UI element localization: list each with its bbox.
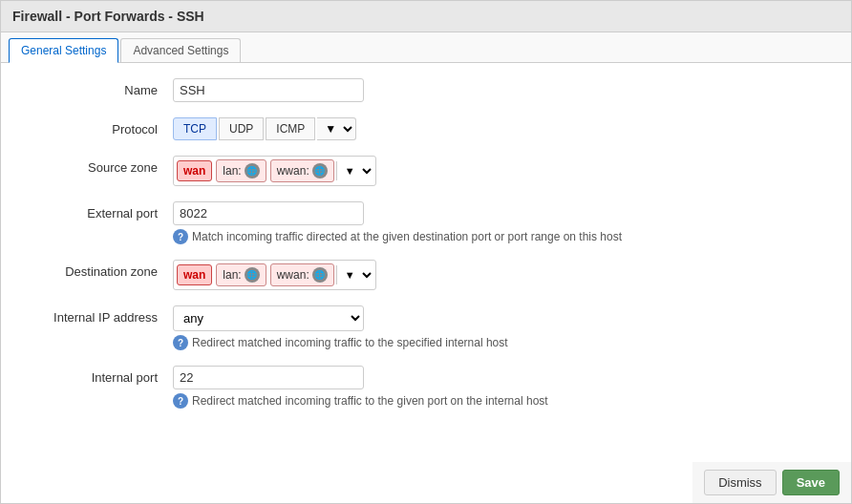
internal-port-hint-icon: ?	[173, 393, 188, 409]
page-title: Firewall - Port Forwards - SSH	[1, 1, 851, 32]
bottom-bar: Dismiss Save	[692, 462, 851, 503]
destination-zone-wan[interactable]: wan	[177, 264, 212, 285]
destination-zone-dropdown[interactable]: ▼	[336, 265, 374, 284]
internal-ip-label: Internal IP address	[20, 305, 173, 325]
external-port-hint-icon: ?	[173, 229, 188, 244]
protocol-udp[interactable]: UDP	[219, 117, 264, 140]
destination-zone-container: wan lan: 🌐 wwan: 🌐 ▼	[173, 260, 376, 290]
source-zone-wwan-label: wwan:	[277, 164, 309, 178]
save-button[interactable]: Save	[782, 470, 840, 495]
source-zone-wwan-icon: 🌐	[312, 163, 328, 178]
page-wrapper: Firewall - Port Forwards - SSH General S…	[0, 0, 852, 504]
internal-port-hint-text: Redirect matched incoming traffic to the…	[192, 394, 548, 408]
protocol-row: Protocol TCP UDP ICMP ▼	[20, 117, 832, 140]
destination-zone-control: wan lan: 🌐 wwan: 🌐 ▼	[173, 260, 832, 290]
internal-port-control: ? Redirect matched incoming traffic to t…	[173, 366, 832, 409]
source-zone-label: Source zone	[20, 156, 173, 175]
destination-zone-wwan[interactable]: wwan: 🌐	[270, 263, 334, 286]
source-zone-lan-label: lan:	[223, 164, 241, 178]
protocol-group: TCP UDP ICMP ▼	[173, 117, 832, 140]
protocol-icmp[interactable]: ICMP	[266, 117, 315, 140]
source-zone-lan[interactable]: lan: 🌐	[216, 159, 266, 182]
internal-ip-row: Internal IP address any ? Redirect match…	[20, 305, 832, 350]
protocol-select[interactable]: ▼	[317, 117, 356, 140]
source-zone-control: wan lan: 🌐 wwan: 🌐 ▼	[173, 156, 832, 186]
destination-zone-lan-icon: 🌐	[245, 267, 260, 283]
external-port-row: External port ? Match incoming traffic d…	[20, 201, 832, 244]
tab-general[interactable]: General Settings	[9, 38, 118, 63]
source-zone-wwan[interactable]: wwan: 🌐	[270, 159, 334, 182]
internal-ip-hint-text: Redirect matched incoming traffic to the…	[192, 336, 508, 349]
form-body: Name Protocol TCP UDP ICMP ▼ Source z	[1, 63, 851, 439]
protocol-tcp[interactable]: TCP	[173, 117, 217, 140]
external-port-control: ? Match incoming traffic directed at the…	[173, 201, 832, 244]
name-control	[173, 78, 832, 102]
destination-zone-lan[interactable]: lan: 🌐	[216, 263, 266, 286]
internal-port-input[interactable]	[173, 366, 364, 389]
external-port-label: External port	[20, 201, 173, 220]
destination-zone-wan-label: wan	[183, 268, 205, 282]
source-zone-row: Source zone wan lan: 🌐 wwan: 🌐 ▼	[20, 156, 832, 186]
destination-zone-row: Destination zone wan lan: 🌐 wwan: 🌐	[20, 260, 832, 290]
source-zone-wan-label: wan	[183, 164, 205, 178]
dismiss-button[interactable]: Dismiss	[704, 470, 777, 495]
internal-port-row: Internal port ? Redirect matched incomin…	[20, 366, 832, 409]
tab-advanced[interactable]: Advanced Settings	[120, 38, 241, 62]
internal-port-hint: ? Redirect matched incoming traffic to t…	[173, 393, 832, 409]
destination-zone-wwan-label: wwan:	[277, 268, 309, 282]
name-input[interactable]	[173, 78, 364, 102]
internal-ip-hint: ? Redirect matched incoming traffic to t…	[173, 335, 832, 350]
name-row: Name	[20, 78, 832, 102]
source-zone-lan-icon: 🌐	[245, 163, 260, 178]
destination-zone-label: Destination zone	[20, 260, 173, 279]
internal-ip-control: any ? Redirect matched incoming traffic …	[173, 305, 832, 350]
external-port-input[interactable]	[173, 201, 364, 225]
source-zone-dropdown[interactable]: ▼	[336, 161, 374, 180]
internal-ip-hint-icon: ?	[173, 335, 188, 350]
internal-port-label: Internal port	[20, 366, 173, 385]
name-label: Name	[20, 78, 173, 97]
protocol-control: TCP UDP ICMP ▼	[173, 117, 832, 140]
source-zone-container: wan lan: 🌐 wwan: 🌐 ▼	[173, 156, 376, 186]
destination-zone-lan-label: lan:	[223, 268, 241, 282]
internal-ip-select[interactable]: any	[173, 305, 364, 331]
destination-zone-wwan-icon: 🌐	[312, 267, 328, 283]
protocol-label: Protocol	[20, 117, 173, 136]
source-zone-wan[interactable]: wan	[177, 160, 212, 181]
external-port-hint-text: Match incoming traffic directed at the g…	[192, 230, 622, 243]
tabs-bar: General Settings Advanced Settings	[1, 32, 851, 63]
external-port-hint: ? Match incoming traffic directed at the…	[173, 229, 832, 244]
